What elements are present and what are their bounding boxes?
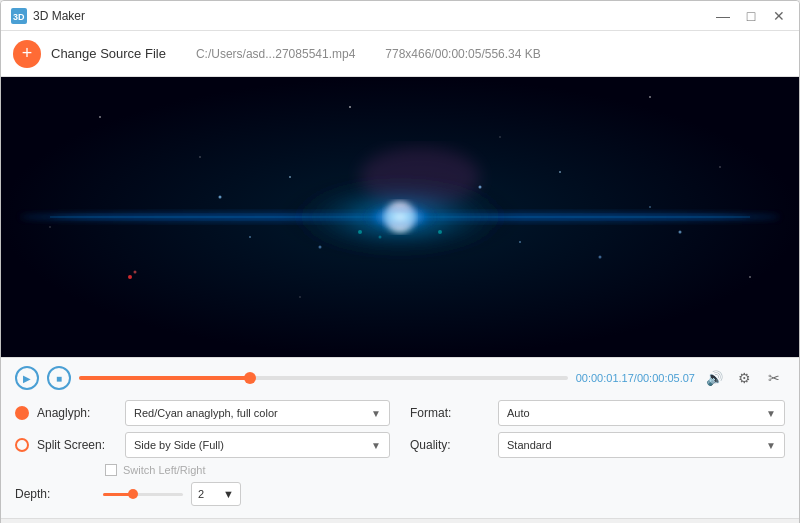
svg-point-34 <box>379 236 382 239</box>
change-source-label: Change Source File <box>51 46 166 61</box>
split-screen-select[interactable]: Side by Side (Full) ▼ <box>125 432 390 458</box>
stop-icon: ■ <box>56 373 62 384</box>
video-preview <box>1 77 799 357</box>
format-label: Format: <box>410 406 490 420</box>
progress-thumb[interactable] <box>244 372 256 384</box>
svg-point-6 <box>499 136 501 138</box>
depth-row: Depth: 2 ▼ <box>15 482 390 506</box>
play-button[interactable]: ▶ <box>15 366 39 390</box>
anaglyph-value: Red/Cyan anaglyph, full color <box>134 407 278 419</box>
settings-grid: Anaglyph: Red/Cyan anaglyph, full color … <box>15 400 785 506</box>
maximize-button[interactable]: □ <box>741 9 761 23</box>
depth-label: Depth: <box>15 487 95 501</box>
title-bar: 3D 3D Maker — □ ✕ <box>1 1 799 31</box>
svg-point-22 <box>319 246 322 249</box>
format-select[interactable]: Auto ▼ <box>498 400 785 426</box>
format-dropdown-arrow: ▼ <box>766 408 776 419</box>
split-screen-label: Split Screen: <box>37 438 117 452</box>
controls-area: ▶ ■ 00:00:01.17/00:00:05.07 🔊 ⚙ ✂ <box>1 357 799 518</box>
plus-icon: + <box>22 43 33 64</box>
split-screen-radio[interactable] <box>15 438 29 452</box>
total-time: 00:00:05.07 <box>637 372 695 384</box>
title-bar-controls: — □ ✕ <box>713 9 789 23</box>
play-icon: ▶ <box>23 373 31 384</box>
video-frame <box>1 77 799 357</box>
add-source-button[interactable]: + <box>13 40 41 68</box>
format-row: Format: Auto ▼ <box>410 400 785 426</box>
svg-point-9 <box>49 226 51 228</box>
video-content <box>1 77 799 357</box>
playback-row: ▶ ■ 00:00:01.17/00:00:05.07 🔊 ⚙ ✂ <box>15 366 785 390</box>
svg-point-18 <box>134 271 137 274</box>
save-row: Save to: E:\Aiseesoft Studio\Ais...erter… <box>1 518 799 523</box>
switch-checkbox[interactable] <box>105 464 117 476</box>
anaglyph-dropdown-arrow: ▼ <box>371 408 381 419</box>
svg-point-4 <box>199 156 201 158</box>
svg-text:3D: 3D <box>13 12 25 22</box>
app-window: 3D 3D Maker — □ ✕ + Change Source File C… <box>0 0 800 523</box>
anaglyph-radio[interactable] <box>15 406 29 420</box>
svg-point-19 <box>219 196 222 199</box>
depth-slider[interactable] <box>103 493 183 496</box>
quality-label: Quality: <box>410 438 490 452</box>
depth-arrow: ▼ <box>223 488 234 500</box>
progress-fill <box>79 376 250 380</box>
time-display: 00:00:01.17/00:00:05.07 <box>576 372 695 384</box>
svg-point-28 <box>679 231 682 234</box>
quality-row: Quality: Standard ▼ <box>410 432 785 458</box>
volume-icon[interactable]: 🔊 <box>703 370 725 386</box>
depth-select[interactable]: 2 ▼ <box>191 482 241 506</box>
svg-point-25 <box>559 171 561 173</box>
anaglyph-row: Anaglyph: Red/Cyan anaglyph, full color … <box>15 400 390 426</box>
svg-point-3 <box>99 116 101 118</box>
svg-point-26 <box>599 256 602 259</box>
progress-track[interactable] <box>79 376 568 380</box>
svg-point-7 <box>649 96 651 98</box>
cut-icon[interactable]: ✂ <box>763 370 785 386</box>
minimize-button[interactable]: — <box>713 9 733 23</box>
svg-point-32 <box>358 230 362 234</box>
svg-point-10 <box>749 276 751 278</box>
quality-value: Standard <box>507 439 552 451</box>
depth-value: 2 <box>198 488 204 500</box>
current-time: 00:00:01.17 <box>576 372 634 384</box>
app-icon: 3D <box>11 8 27 24</box>
settings-right: Format: Auto ▼ Quality: Standard ▼ <box>410 400 785 506</box>
split-screen-row: Split Screen: Side by Side (Full) ▼ <box>15 432 390 458</box>
app-title: 3D Maker <box>33 9 85 23</box>
split-screen-dropdown-arrow: ▼ <box>371 440 381 451</box>
anaglyph-label: Anaglyph: <box>37 406 117 420</box>
split-screen-value: Side by Side (Full) <box>134 439 224 451</box>
quality-dropdown-arrow: ▼ <box>766 440 776 451</box>
switch-row: Switch Left/Right <box>15 464 390 476</box>
svg-point-11 <box>299 296 301 298</box>
depth-slider-thumb[interactable] <box>128 489 138 499</box>
stop-button[interactable]: ■ <box>47 366 71 390</box>
svg-point-31 <box>360 147 480 207</box>
settings-icon[interactable]: ⚙ <box>733 370 755 386</box>
svg-point-17 <box>128 275 132 279</box>
settings-left: Anaglyph: Red/Cyan anaglyph, full color … <box>15 400 390 506</box>
svg-point-8 <box>719 166 721 168</box>
toolbar: + Change Source File C:/Users/asd...2708… <box>1 31 799 77</box>
svg-point-5 <box>349 106 351 108</box>
svg-point-20 <box>249 236 251 238</box>
svg-point-27 <box>649 206 651 208</box>
file-info: 778x466/00:00:05/556.34 KB <box>385 47 540 61</box>
anaglyph-select[interactable]: Red/Cyan anaglyph, full color ▼ <box>125 400 390 426</box>
format-value: Auto <box>507 407 530 419</box>
svg-point-24 <box>519 241 521 243</box>
svg-point-23 <box>479 186 482 189</box>
quality-select[interactable]: Standard ▼ <box>498 432 785 458</box>
file-path: C:/Users/asd...27085541.mp4 <box>196 47 355 61</box>
close-button[interactable]: ✕ <box>769 9 789 23</box>
svg-point-21 <box>289 176 291 178</box>
svg-point-33 <box>438 230 442 234</box>
title-bar-left: 3D 3D Maker <box>11 8 85 24</box>
switch-label: Switch Left/Right <box>123 464 206 476</box>
